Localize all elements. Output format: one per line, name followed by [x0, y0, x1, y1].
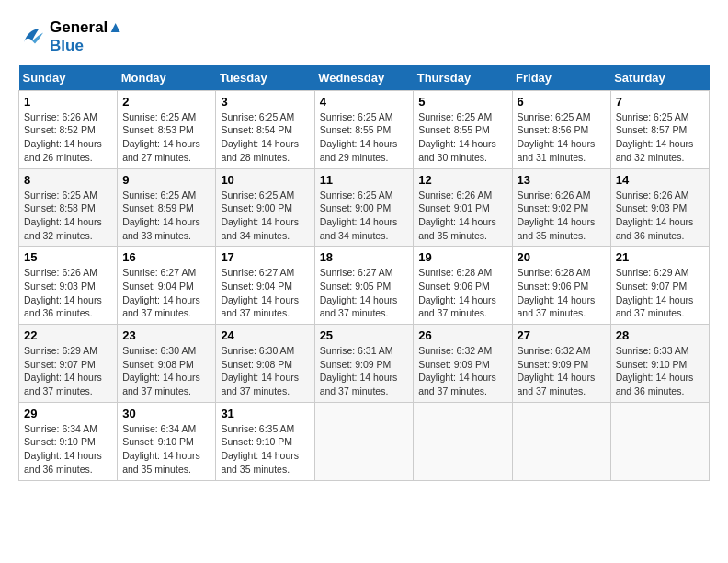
calendar-cell: 24 Sunrise: 6:30 AMSunset: 9:08 PMDaylig… [216, 325, 314, 403]
day-number: 7 [616, 95, 704, 109]
day-info: Sunrise: 6:30 AMSunset: 9:08 PMDaylight:… [122, 344, 210, 398]
calendar-cell: 8 Sunrise: 6:25 AMSunset: 8:58 PMDayligh… [19, 168, 118, 247]
weekday-header-thursday: Thursday [414, 65, 512, 91]
day-number: 30 [122, 407, 210, 420]
logo-icon [18, 23, 46, 51]
day-info: Sunrise: 6:34 AMSunset: 9:10 PMDaylight:… [122, 422, 210, 477]
calendar-cell: 5 Sunrise: 6:25 AMSunset: 8:55 PMDayligh… [414, 90, 512, 168]
day-number: 15 [24, 250, 112, 264]
day-info: Sunrise: 6:34 AMSunset: 9:10 PMDaylight:… [24, 422, 112, 477]
day-info: Sunrise: 6:25 AMSunset: 8:53 PMDaylight:… [122, 110, 210, 165]
day-number: 1 [24, 95, 112, 109]
calendar-cell [512, 402, 610, 480]
calendar-cell: 10 Sunrise: 6:25 AMSunset: 9:00 PMDaylig… [216, 168, 314, 247]
calendar-cell: 15 Sunrise: 6:26 AMSunset: 9:03 PMDaylig… [19, 247, 118, 325]
calendar-cell: 22 Sunrise: 6:29 AMSunset: 9:07 PMDaylig… [19, 325, 118, 403]
day-number: 25 [320, 328, 409, 342]
calendar-table: SundayMondayTuesdayWednesdayThursdayFrid… [18, 65, 710, 481]
day-number: 9 [122, 173, 210, 187]
calendar-cell: 4 Sunrise: 6:25 AMSunset: 8:55 PMDayligh… [314, 90, 414, 168]
calendar-cell: 25 Sunrise: 6:31 AMSunset: 9:09 PMDaylig… [314, 325, 414, 403]
day-info: Sunrise: 6:25 AMSunset: 8:58 PMDaylight:… [24, 189, 112, 243]
calendar-cell: 11 Sunrise: 6:25 AMSunset: 9:00 PMDaylig… [314, 168, 414, 247]
calendar-cell: 20 Sunrise: 6:28 AMSunset: 9:06 PMDaylig… [512, 247, 610, 325]
day-number: 27 [518, 328, 606, 342]
calendar-cell: 17 Sunrise: 6:27 AMSunset: 9:04 PMDaylig… [216, 247, 314, 325]
day-number: 23 [122, 328, 210, 342]
day-number: 21 [616, 250, 704, 264]
day-number: 22 [24, 328, 112, 342]
calendar-cell: 19 Sunrise: 6:28 AMSunset: 9:06 PMDaylig… [414, 247, 512, 325]
day-number: 14 [616, 173, 704, 187]
calendar-cell: 30 Sunrise: 6:34 AMSunset: 9:10 PMDaylig… [118, 402, 216, 480]
day-number: 12 [418, 173, 506, 187]
day-info: Sunrise: 6:25 AMSunset: 8:56 PMDaylight:… [518, 110, 606, 165]
day-info: Sunrise: 6:26 AMSunset: 9:02 PMDaylight:… [518, 189, 606, 243]
day-number: 13 [518, 173, 606, 187]
day-info: Sunrise: 6:26 AMSunset: 9:03 PMDaylight:… [616, 189, 704, 243]
calendar-cell: 31 Sunrise: 6:35 AMSunset: 9:10 PMDaylig… [216, 402, 314, 480]
calendar-cell: 29 Sunrise: 6:34 AMSunset: 9:10 PMDaylig… [19, 402, 118, 480]
weekday-header-wednesday: Wednesday [314, 65, 414, 91]
calendar-cell: 9 Sunrise: 6:25 AMSunset: 8:59 PMDayligh… [118, 168, 216, 247]
day-number: 24 [221, 328, 309, 342]
day-info: Sunrise: 6:25 AMSunset: 8:55 PMDaylight:… [418, 110, 506, 165]
calendar-cell [314, 402, 414, 480]
calendar-cell: 27 Sunrise: 6:32 AMSunset: 9:09 PMDaylig… [512, 325, 610, 403]
day-info: Sunrise: 6:26 AMSunset: 9:03 PMDaylight:… [24, 266, 112, 320]
day-info: Sunrise: 6:31 AMSunset: 9:09 PMDaylight:… [320, 344, 409, 398]
day-number: 16 [122, 250, 210, 264]
day-number: 4 [320, 95, 409, 109]
day-info: Sunrise: 6:32 AMSunset: 9:09 PMDaylight:… [418, 344, 506, 398]
weekday-header-friday: Friday [512, 65, 610, 91]
calendar-cell: 18 Sunrise: 6:27 AMSunset: 9:05 PMDaylig… [314, 247, 414, 325]
day-number: 10 [221, 173, 309, 187]
day-info: Sunrise: 6:28 AMSunset: 9:06 PMDaylight:… [418, 266, 506, 320]
day-info: Sunrise: 6:35 AMSunset: 9:10 PMDaylight:… [221, 422, 309, 477]
day-info: Sunrise: 6:25 AMSunset: 8:57 PMDaylight:… [616, 110, 704, 165]
weekday-header-sunday: Sunday [19, 65, 118, 91]
day-info: Sunrise: 6:26 AMSunset: 9:01 PMDaylight:… [418, 189, 506, 243]
day-number: 5 [418, 95, 506, 109]
day-number: 18 [320, 250, 409, 264]
day-info: Sunrise: 6:32 AMSunset: 9:09 PMDaylight:… [518, 344, 606, 398]
calendar-cell: 26 Sunrise: 6:32 AMSunset: 9:09 PMDaylig… [414, 325, 512, 403]
weekday-header-saturday: Saturday [610, 65, 709, 91]
day-number: 31 [221, 407, 309, 420]
day-info: Sunrise: 6:33 AMSunset: 9:10 PMDaylight:… [616, 344, 704, 398]
day-number: 17 [221, 250, 309, 264]
calendar-cell: 12 Sunrise: 6:26 AMSunset: 9:01 PMDaylig… [414, 168, 512, 247]
day-info: Sunrise: 6:28 AMSunset: 9:06 PMDaylight:… [518, 266, 606, 320]
weekday-header-monday: Monday [118, 65, 216, 91]
calendar-cell: 23 Sunrise: 6:30 AMSunset: 9:08 PMDaylig… [118, 325, 216, 403]
calendar-cell: 6 Sunrise: 6:25 AMSunset: 8:56 PMDayligh… [512, 90, 610, 168]
calendar-cell: 21 Sunrise: 6:29 AMSunset: 9:07 PMDaylig… [610, 247, 709, 325]
day-number: 11 [320, 173, 409, 187]
page-header: General▲ Blue [18, 18, 710, 56]
day-info: Sunrise: 6:26 AMSunset: 8:52 PMDaylight:… [24, 110, 112, 165]
day-info: Sunrise: 6:29 AMSunset: 9:07 PMDaylight:… [24, 344, 112, 398]
day-info: Sunrise: 6:25 AMSunset: 8:55 PMDaylight:… [320, 110, 409, 165]
weekday-header-tuesday: Tuesday [216, 65, 314, 91]
calendar-cell: 2 Sunrise: 6:25 AMSunset: 8:53 PMDayligh… [118, 90, 216, 168]
day-number: 6 [518, 95, 606, 109]
day-number: 2 [122, 95, 210, 109]
logo: General▲ Blue [18, 18, 123, 56]
day-info: Sunrise: 6:29 AMSunset: 9:07 PMDaylight:… [616, 266, 704, 320]
calendar-cell: 1 Sunrise: 6:26 AMSunset: 8:52 PMDayligh… [19, 90, 118, 168]
calendar-cell: 16 Sunrise: 6:27 AMSunset: 9:04 PMDaylig… [118, 247, 216, 325]
calendar-cell [414, 402, 512, 480]
day-number: 26 [418, 328, 506, 342]
calendar-cell: 3 Sunrise: 6:25 AMSunset: 8:54 PMDayligh… [216, 90, 314, 168]
day-info: Sunrise: 6:25 AMSunset: 8:59 PMDaylight:… [122, 189, 210, 243]
day-info: Sunrise: 6:27 AMSunset: 9:04 PMDaylight:… [221, 266, 309, 320]
calendar-cell: 28 Sunrise: 6:33 AMSunset: 9:10 PMDaylig… [610, 325, 709, 403]
day-number: 29 [24, 407, 112, 420]
day-info: Sunrise: 6:25 AMSunset: 9:00 PMDaylight:… [221, 189, 309, 243]
calendar-cell: 13 Sunrise: 6:26 AMSunset: 9:02 PMDaylig… [512, 168, 610, 247]
day-info: Sunrise: 6:30 AMSunset: 9:08 PMDaylight:… [221, 344, 309, 398]
day-info: Sunrise: 6:27 AMSunset: 9:04 PMDaylight:… [122, 266, 210, 320]
day-info: Sunrise: 6:25 AMSunset: 9:00 PMDaylight:… [320, 189, 409, 243]
calendar-cell [610, 402, 709, 480]
day-number: 8 [24, 173, 112, 187]
